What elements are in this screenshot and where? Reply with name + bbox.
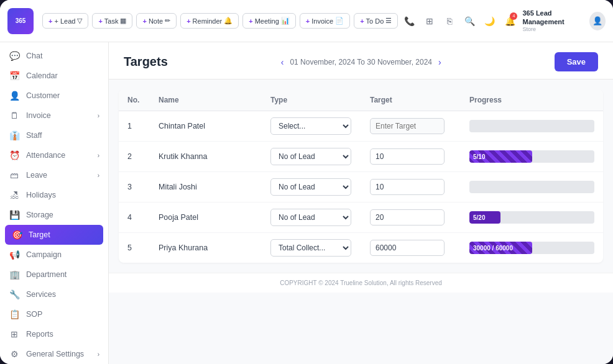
target-input[interactable] — [370, 118, 445, 134]
copyright-text: COPYRIGHT © 2024 Trueline Solution, All … — [280, 280, 442, 286]
table-header-row: No. Name Type Target Progress — [119, 89, 603, 111]
storage-icon: 💾 — [9, 210, 20, 220]
progress-label: 5/20 — [469, 211, 594, 224]
copy-icon[interactable]: ⎘ — [442, 12, 457, 30]
sidebar-item-campaign[interactable]: 📢 Campaign — [0, 245, 108, 265]
progress-label: 30000 / 60000 — [469, 242, 594, 254]
cell-type: No of LeadTotal Collect...Select... — [262, 202, 361, 233]
sidebar-item-chat[interactable]: 💬 Chat — [0, 46, 108, 66]
sidebar-item-target[interactable]: 🎯 Target — [5, 225, 103, 245]
sidebar-item-attendance[interactable]: ⏰ Attendance › — [0, 145, 108, 165]
content-area: Targets ‹ 01 November, 2024 To 30 Novemb… — [109, 42, 613, 364]
staff-icon: 👔 — [9, 130, 20, 140]
chevron-right-icon: › — [98, 112, 99, 119]
progress-bar-container — [469, 181, 594, 193]
sidebar-item-calendar[interactable]: 📅 Calendar — [0, 66, 108, 86]
sidebar-nav: 💬 Chat 📅 Calendar 👤 Customer 🗒 Invoice › — [0, 42, 108, 364]
main-content: 💬 Chat 📅 Calendar 👤 Customer 🗒 Invoice › — [0, 42, 613, 364]
table-row: 4Pooja PatelNo of LeadTotal Collect...Se… — [119, 202, 603, 233]
target-icon: 🎯 — [11, 230, 22, 240]
progress-bar-container: 5/10 — [469, 150, 594, 163]
cell-no: 5 — [119, 233, 150, 263]
cell-name: Pooja Patel — [150, 202, 262, 233]
settings-icon: ⚙ — [9, 349, 20, 359]
type-select[interactable]: Total Collect...No of LeadSelect... — [270, 239, 351, 257]
cell-progress — [461, 111, 603, 142]
sidebar-item-general-settings[interactable]: ⚙ General Settings › — [0, 344, 108, 364]
col-header-progress: Progress — [461, 89, 603, 111]
cell-name: Priya Khurana — [150, 233, 262, 263]
cell-progress — [461, 172, 603, 202]
date-nav: ‹ 01 November, 2024 To 30 November, 2024… — [281, 57, 441, 67]
add-reminder-button[interactable]: + Reminder 🔔 — [180, 13, 239, 29]
sidebar-item-services[interactable]: 🔧 Services — [0, 284, 108, 304]
add-meeting-button[interactable]: + Meeting 📊 — [242, 13, 296, 29]
table-body: 1Chintan PatelSelect...No of LeadTotal C… — [119, 111, 603, 263]
type-select[interactable]: No of LeadTotal Collect...Select... — [270, 178, 351, 196]
grid-icon[interactable]: ⊞ — [422, 12, 437, 30]
holidays-icon: 🏖 — [9, 190, 20, 200]
chevron-right-icon: › — [98, 152, 99, 159]
cell-name: Krutik Khanna — [150, 142, 262, 172]
add-note-button[interactable]: + Note ✏ — [136, 13, 177, 29]
services-icon: 🔧 — [9, 289, 20, 299]
target-input[interactable] — [370, 148, 445, 165]
cell-type: Select...No of LeadTotal Collect... — [262, 111, 361, 142]
logo-icon: 365 — [16, 17, 26, 24]
prev-date-button[interactable]: ‹ — [281, 57, 284, 67]
next-date-button[interactable]: › — [438, 57, 441, 67]
cell-no: 4 — [119, 202, 150, 233]
user-area[interactable]: 365 Lead Management Store 👤 — [522, 9, 605, 32]
moon-icon[interactable]: 🌙 — [482, 12, 497, 30]
chevron-right-icon: › — [98, 172, 99, 179]
save-button[interactable]: Save — [555, 52, 598, 71]
add-invoice-button[interactable]: + Invoice 📄 — [300, 13, 350, 29]
date-range-label: 01 November, 2024 To 30 November, 2024 — [290, 58, 432, 66]
type-select[interactable]: Select...No of LeadTotal Collect... — [270, 117, 351, 135]
sidebar-item-holidays[interactable]: 🏖 Holidays — [0, 185, 108, 205]
search-icon[interactable]: 🔍 — [462, 12, 477, 30]
col-header-target: Target — [361, 89, 461, 111]
sidebar-item-customer[interactable]: 👤 Customer — [0, 86, 108, 106]
cell-progress: 5/10 — [461, 142, 603, 172]
table-row: 2Krutik KhannaNo of LeadTotal Collect...… — [119, 142, 603, 172]
sidebar-item-invoice[interactable]: 🗒 Invoice › — [0, 106, 108, 125]
cell-target — [361, 202, 461, 233]
cell-type: No of LeadTotal Collect...Select... — [262, 142, 361, 172]
notification-icon[interactable]: 🔔 4 — [502, 12, 517, 30]
col-header-name: Name — [150, 89, 262, 111]
sidebar-item-reports[interactable]: ⊞ Reports — [0, 324, 108, 344]
target-input[interactable] — [370, 179, 445, 195]
sidebar-item-staff[interactable]: 👔 Staff — [0, 125, 108, 145]
type-select[interactable]: No of LeadTotal Collect...Select... — [270, 148, 351, 165]
sidebar-item-leave[interactable]: 🗃 Leave › — [0, 165, 108, 185]
sop-icon: 📋 — [9, 309, 20, 319]
sidebar: 💬 Chat 📅 Calendar 👤 Customer 🗒 Invoice › — [0, 42, 109, 364]
phone-icon[interactable]: 📞 — [402, 12, 417, 30]
cell-target — [361, 142, 461, 172]
sidebar-item-storage[interactable]: 💾 Storage — [0, 205, 108, 225]
cell-no: 2 — [119, 142, 150, 172]
progress-label: 5/10 — [469, 150, 594, 163]
add-lead-button[interactable]: + + Lead ▽ — [42, 13, 88, 29]
chevron-right-icon: › — [98, 351, 99, 358]
sidebar-item-sop[interactable]: 📋 SOP — [0, 304, 108, 324]
top-icons: 📞 ⊞ ⎘ 🔍 🌙 🔔 4 365 Lead Management Store … — [402, 9, 606, 32]
customer-icon: 👤 — [9, 91, 20, 101]
cell-no: 3 — [119, 172, 150, 202]
department-icon: 🏢 — [9, 270, 20, 280]
table-row: 5Priya KhuranaTotal Collect...No of Lead… — [119, 233, 603, 263]
add-task-button[interactable]: + Task ▦ — [92, 13, 132, 29]
cell-name: Mitali Joshi — [150, 172, 262, 202]
sidebar-item-department[interactable]: 🏢 Department — [0, 265, 108, 284]
cell-target — [361, 233, 461, 263]
target-input[interactable] — [370, 209, 445, 225]
table-row: 1Chintan PatelSelect...No of LeadTotal C… — [119, 111, 603, 142]
avatar: 👤 — [589, 12, 606, 30]
page-header: Targets ‹ 01 November, 2024 To 30 Novemb… — [109, 42, 613, 80]
user-info: 365 Lead Management Store — [522, 9, 586, 32]
target-input[interactable] — [370, 240, 445, 256]
campaign-icon: 📢 — [9, 250, 20, 260]
add-todo-button[interactable]: + To Do ☰ — [354, 13, 398, 29]
type-select[interactable]: No of LeadTotal Collect...Select... — [270, 209, 351, 226]
